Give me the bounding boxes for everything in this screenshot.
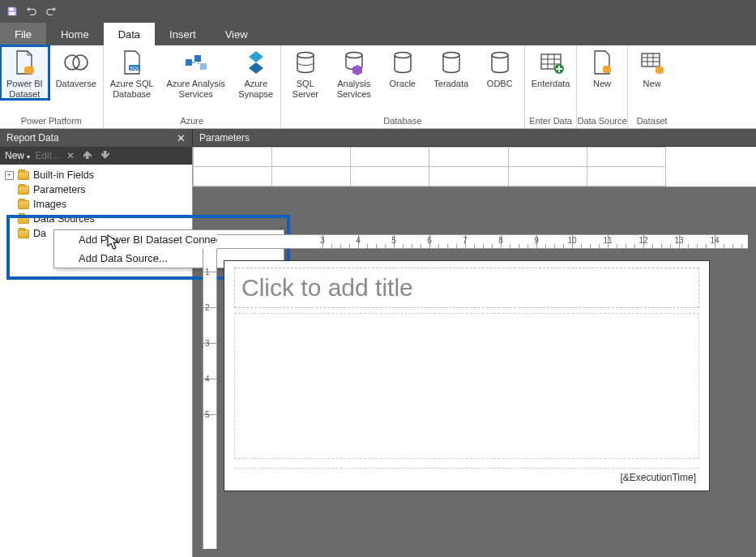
- svg-text:SQL: SQL: [130, 66, 140, 71]
- azure-synapse-icon: [242, 49, 270, 76]
- redo-icon[interactable]: [45, 6, 57, 17]
- parameters-grid[interactable]: [193, 147, 756, 187]
- tree-parameters[interactable]: Parameters: [0, 182, 192, 197]
- ribbon-group-enter-data: Enterdata Enter Data: [525, 45, 578, 128]
- report-title-placeholder[interactable]: Click to add title: [234, 268, 699, 308]
- folder-icon: [18, 215, 29, 224]
- ribbon-item-label: Enterdata: [532, 79, 570, 89]
- tree-label: Data Sources: [33, 213, 95, 225]
- ribbon-item-label: Teradata: [434, 79, 468, 89]
- vertical-ruler: 12345: [203, 249, 217, 549]
- ribbon-item-label: ODBC: [487, 79, 513, 89]
- ribbon-teradata[interactable]: Teradata: [427, 45, 476, 89]
- database-icon: [438, 49, 465, 76]
- tree-data-sources[interactable]: Data Sources: [0, 212, 192, 226]
- new-dropdown[interactable]: New ▾: [5, 150, 30, 161]
- execution-time-field: [&ExecutionTime]: [620, 472, 696, 483]
- ruler-number: 12: [639, 236, 647, 245]
- ribbon-new-dataset[interactable]: New: [628, 45, 677, 89]
- expand-icon[interactable]: +: [5, 171, 14, 180]
- svg-point-19: [656, 66, 664, 70]
- move-down-icon[interactable]: 🡻: [99, 150, 112, 161]
- ruler-number: 1: [205, 268, 210, 276]
- svg-rect-8: [194, 55, 201, 62]
- ruler-number: 5: [205, 410, 210, 419]
- report-data-panel-header: Report Data ✕: [0, 129, 193, 147]
- ribbon-item-label: Database: [113, 89, 151, 100]
- ruler-number: 14: [710, 236, 719, 245]
- parameters-table[interactable]: [193, 147, 666, 186]
- ribbon-group-database: SQL Server Analysis Services Oracle Tera…: [281, 45, 525, 128]
- tree-label: Parameters: [33, 184, 86, 195]
- ribbon-oracle[interactable]: Oracle: [378, 45, 427, 89]
- database-icon: [292, 49, 319, 76]
- ribbon-azure-synapse[interactable]: Azure Synapse: [232, 45, 280, 100]
- ruler-number: 9: [534, 236, 539, 245]
- tab-file[interactable]: File: [0, 23, 46, 45]
- tab-data[interactable]: Data: [104, 23, 155, 45]
- ruler-number: 8: [498, 236, 503, 245]
- undo-icon[interactable]: [26, 6, 37, 17]
- tab-insert[interactable]: Insert: [155, 23, 211, 45]
- file-powerbi-icon: [11, 49, 38, 76]
- ribbon-item-label: Server: [293, 89, 318, 100]
- ruler-number: 3: [205, 339, 210, 348]
- svg-point-14: [492, 53, 508, 58]
- ribbon-odbc[interactable]: ODBC: [476, 45, 524, 89]
- ribbon-item-label: Azure Analysis: [167, 79, 225, 89]
- report-page[interactable]: Click to add title [&ExecutionTime]: [224, 260, 710, 491]
- ruler-number: 5: [391, 236, 396, 245]
- ribbon-enter-data[interactable]: Enterdata: [525, 45, 577, 89]
- report-footer[interactable]: [&ExecutionTime]: [234, 468, 699, 486]
- table-plus-icon: [537, 49, 565, 76]
- canvas-area: 34567891011121314 12345 Click to add tit…: [193, 187, 756, 557]
- design-pane: 34567891011121314 12345 Click to add tit…: [193, 147, 756, 557]
- ribbon-item-label: Services: [179, 89, 213, 100]
- svg-rect-18: [642, 54, 660, 66]
- ribbon-item-label: Power BI: [6, 79, 43, 89]
- report-data-title: Report Data: [6, 132, 59, 144]
- ribbon-powerbi-dataset[interactable]: Power BI Dataset: [0, 45, 49, 100]
- delete-icon[interactable]: ✕: [65, 150, 76, 161]
- report-body[interactable]: [234, 313, 699, 459]
- ribbon-item-label: Azure: [244, 79, 267, 89]
- ribbon-item-label: Services: [337, 89, 371, 100]
- tree-builtin-fields[interactable]: + Built-in Fields: [0, 168, 192, 182]
- file-sql-icon: SQL: [118, 49, 146, 76]
- save-icon[interactable]: [6, 6, 18, 17]
- svg-point-13: [443, 53, 459, 58]
- ribbon-group-label: Data Source: [577, 114, 626, 128]
- ribbon-item-label: New: [643, 79, 661, 89]
- tree-images[interactable]: Images: [0, 197, 192, 212]
- svg-point-2: [24, 66, 34, 71]
- ribbon-dataverse[interactable]: Dataverse: [49, 45, 103, 89]
- svg-point-4: [73, 55, 88, 70]
- ruler-number: 2: [205, 303, 210, 312]
- ribbon-group-label: Dataset: [637, 114, 668, 128]
- ribbon-item-label: Dataset: [9, 89, 40, 100]
- ribbon-new-data-source[interactable]: New: [578, 45, 626, 89]
- ribbon-azure-sql-db[interactable]: SQL Azure SQL Database: [104, 45, 160, 100]
- ribbon-group-label: Database: [383, 114, 421, 128]
- ribbon-group-label: Enter Data: [529, 114, 572, 128]
- ribbon-group-azure: SQL Azure SQL Database Azure Analysis Se…: [104, 45, 281, 128]
- tab-view[interactable]: View: [211, 23, 263, 45]
- ribbon-sql-server[interactable]: SQL Server: [281, 45, 330, 100]
- azure-cube-icon: [182, 49, 210, 76]
- ribbon-azure-analysis-services[interactable]: Azure Analysis Services: [160, 45, 232, 100]
- dataverse-icon: [62, 49, 90, 76]
- ribbon-analysis-services[interactable]: Analysis Services: [330, 45, 378, 100]
- ribbon-item-label: Analysis: [337, 79, 370, 89]
- move-up-icon[interactable]: 🡹: [81, 150, 94, 161]
- report-data-pane: New ▾ Edit... ✕ 🡹 🡻 + Built-in Fields Pa…: [0, 147, 193, 557]
- tab-home[interactable]: Home: [46, 23, 104, 45]
- svg-rect-7: [186, 59, 192, 66]
- database-icon: [486, 49, 514, 76]
- ruler-number: 10: [567, 236, 576, 245]
- ruler-number: 11: [603, 236, 612, 245]
- ribbon-group-dataset: New Dataset: [628, 45, 677, 128]
- file-database-icon: [588, 49, 616, 76]
- tree-label: Built-in Fields: [33, 169, 94, 181]
- close-icon[interactable]: ✕: [177, 132, 186, 144]
- edit-button: Edit...: [35, 150, 60, 161]
